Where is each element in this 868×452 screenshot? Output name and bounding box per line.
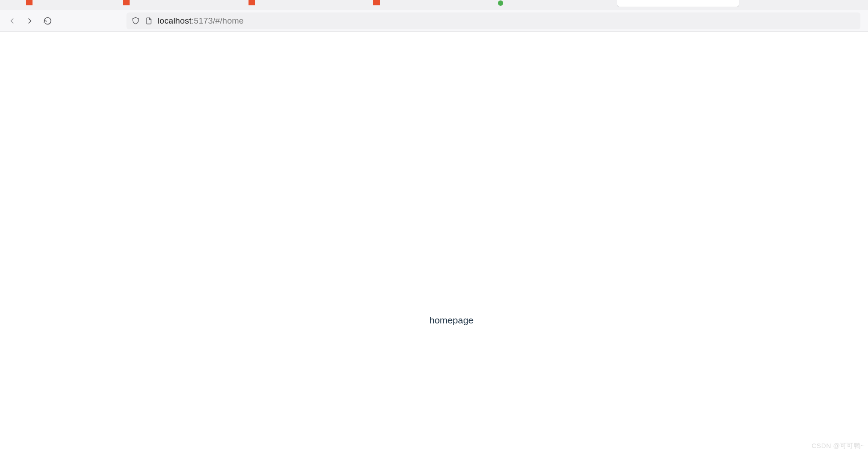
- tab-favicon-3[interactable]: [249, 0, 256, 7]
- tab-favicon-1[interactable]: [26, 0, 33, 7]
- reload-button[interactable]: [41, 14, 55, 28]
- shield-icon[interactable]: [131, 16, 140, 25]
- tab-strip: [0, 0, 868, 10]
- back-arrow-icon: [8, 16, 16, 25]
- tab-favicon-5[interactable]: [498, 0, 505, 7]
- browser-toolbar: localhost:5173/#/home: [0, 10, 868, 32]
- watermark-text: CSDN @可可鸭~: [811, 442, 864, 450]
- page-content: homepage: [0, 32, 868, 452]
- active-tab-placeholder[interactable]: [617, 0, 739, 7]
- forward-button[interactable]: [23, 14, 37, 28]
- url-rest: :5173/#/home: [192, 16, 244, 25]
- back-button[interactable]: [5, 14, 19, 28]
- reload-icon: [43, 16, 52, 25]
- homepage-label: homepage: [429, 315, 473, 326]
- tab-favicon-2[interactable]: [123, 0, 130, 7]
- tab-favicon-4[interactable]: [373, 0, 380, 7]
- page-icon[interactable]: [144, 16, 153, 25]
- url-host: localhost: [158, 16, 192, 25]
- address-bar[interactable]: localhost:5173/#/home: [126, 12, 860, 29]
- forward-arrow-icon: [25, 16, 34, 25]
- nav-buttons: [2, 14, 57, 28]
- url-display: localhost:5173/#/home: [158, 16, 244, 26]
